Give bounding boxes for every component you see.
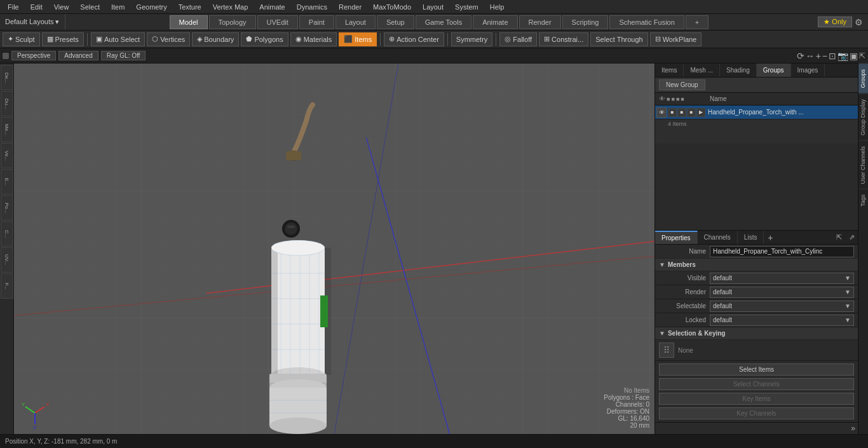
menu-help[interactable]: Help (485, 2, 510, 12)
props-expand-icon[interactable]: ⇱ (832, 231, 845, 245)
tab-properties[interactable]: Properties (655, 231, 698, 244)
display-icon[interactable]: ▣ (850, 51, 858, 61)
sel-keying-section-header[interactable]: ▼ Selection & Keying (655, 327, 858, 340)
work-plane-button[interactable]: ⊟ WorkPlane (650, 32, 702, 46)
lt-vertices[interactable]: Ve... (1, 143, 13, 168)
tab-layout[interactable]: Layout (336, 15, 376, 29)
select-through-button[interactable]: Select Through (590, 32, 648, 46)
menu-vertex-map[interactable]: Vertex Map (208, 2, 254, 12)
locked-select[interactable]: default ▼ (710, 315, 854, 326)
tab-setup[interactable]: Setup (377, 15, 414, 29)
camera-icon[interactable]: 📷 (837, 51, 848, 61)
menu-select[interactable]: Select (75, 2, 105, 12)
members-section-header[interactable]: ▼ Members (655, 259, 858, 271)
expand-icon[interactable]: ⇱ (859, 51, 865, 60)
menu-view[interactable]: View (49, 2, 74, 12)
item-icon4[interactable]: ▶ (696, 108, 705, 117)
menu-geometry[interactable]: Geometry (131, 2, 172, 12)
side-tab-tags[interactable]: Tags (858, 189, 868, 212)
select-channels-button[interactable]: Select Channels (659, 378, 854, 390)
advanced-button[interactable]: Advanced (58, 51, 98, 60)
new-group-button[interactable]: New Group (659, 79, 705, 90)
menu-animate[interactable]: Animate (254, 2, 290, 12)
item-eye-icon[interactable]: 👁 (656, 107, 667, 118)
star-only-button[interactable]: ★ Only (818, 17, 852, 27)
lt-edge[interactable]: E... (1, 169, 13, 194)
tab-render[interactable]: Render (519, 15, 561, 29)
tab-images[interactable]: Images (791, 64, 825, 77)
add-layout-tab[interactable]: + (686, 15, 709, 29)
lt-mesh[interactable]: Me... (1, 117, 13, 142)
name-input[interactable] (710, 246, 854, 257)
polygons-button[interactable]: ⬟ Polygons (241, 32, 288, 46)
tab-scripting[interactable]: Scripting (562, 15, 609, 29)
menu-file[interactable]: File (3, 2, 24, 12)
lt-uv[interactable]: UV... (1, 247, 13, 273)
menu-texture[interactable]: Texture (173, 2, 207, 12)
tab-groups[interactable]: Groups (757, 64, 791, 77)
auto-select-button[interactable]: ▣ Auto Select (91, 32, 145, 46)
lt-duplicate[interactable]: Du... (1, 91, 13, 116)
falloff-button[interactable]: ◎ Falloff (499, 32, 537, 46)
item-icon1[interactable]: ■ (668, 108, 677, 117)
tab-animate[interactable]: Animate (473, 15, 517, 29)
key-items-button[interactable]: Key Items (659, 393, 854, 405)
fit-icon[interactable]: ⊡ (829, 51, 836, 61)
menu-render[interactable]: Render (334, 2, 367, 12)
constraints-button[interactable]: ⊞ Constrai... (539, 32, 588, 46)
tab-lists[interactable]: Lists (738, 231, 764, 244)
item-icon3[interactable]: ■ (687, 108, 696, 117)
orbit-icon[interactable]: ⟳ (797, 51, 804, 61)
tab-items[interactable]: Items (655, 64, 684, 77)
perspective-button[interactable]: Perspective (11, 51, 56, 60)
symmetry-button[interactable]: Symmetry (451, 32, 493, 46)
layout-dropdown[interactable]: Default Layouts ▾ (0, 14, 65, 30)
lt-deformers[interactable]: De... (1, 65, 13, 90)
presets-button[interactable]: ▦ Presets (42, 32, 84, 46)
item-icon2[interactable]: ■ (677, 108, 686, 117)
ray-gl-button[interactable]: Ray GL: Off (101, 51, 146, 60)
items-button[interactable]: ⬛ Items (339, 32, 377, 46)
menu-maxtomodo[interactable]: MaxToModo (368, 2, 416, 12)
tab-mesh[interactable]: Mesh ... (684, 64, 720, 77)
menu-item[interactable]: Item (106, 2, 130, 12)
props-pop-icon[interactable]: ⇗ (845, 231, 858, 245)
side-tab-group-display[interactable]: Group Display (858, 93, 868, 140)
render-select[interactable]: default ▼ (710, 287, 854, 298)
tab-schematic[interactable]: Schematic Fusion (609, 15, 684, 29)
tab-model[interactable]: Model (170, 15, 208, 29)
pan-icon[interactable]: ↔ (806, 51, 815, 61)
select-items-button[interactable]: Select Items (659, 363, 854, 376)
more-arrow-icon[interactable]: » (851, 424, 855, 433)
menu-system[interactable]: System (450, 2, 484, 12)
key-channels-button[interactable]: Key Channels (659, 407, 854, 419)
tab-topology[interactable]: Topology (209, 15, 256, 29)
zoom-in-icon[interactable]: + (816, 51, 821, 61)
menu-layout[interactable]: Layout (417, 2, 449, 12)
tab-uvedit[interactable]: UVEdit (257, 15, 298, 29)
tab-channels[interactable]: Channels (698, 231, 738, 244)
group-item[interactable]: 👁 ■ ■ ■ ▶ Handheld_Propane_Torch_with ..… (655, 105, 858, 119)
sculpt-button[interactable]: ✦ Sculpt (3, 32, 40, 46)
viewport[interactable]: No Items Polygons : Face Channels: 0 Def… (14, 64, 654, 434)
side-tab-user-channels[interactable]: User Channels (858, 140, 868, 189)
zoom-out-icon[interactable]: − (822, 51, 827, 61)
tab-game-tools[interactable]: Game Tools (416, 15, 472, 29)
menu-edit[interactable]: Edit (25, 2, 48, 12)
boundary-button[interactable]: ◈ Boundary (192, 32, 239, 46)
side-tab-groups[interactable]: Groups (858, 64, 868, 93)
settings-icon[interactable]: ⚙ (855, 17, 863, 27)
lt-curves[interactable]: C... (1, 221, 13, 247)
vertices-button[interactable]: ⬡ Vertices (147, 32, 190, 46)
action-center-button[interactable]: ⊕ Action Center (384, 32, 444, 46)
visible-select[interactable]: default ▼ (710, 273, 854, 284)
props-tab-add[interactable]: + (764, 231, 776, 244)
tab-shading[interactable]: Shading (720, 64, 757, 77)
lt-polygon[interactable]: Po... (1, 195, 13, 221)
tab-paint[interactable]: Paint (299, 15, 334, 29)
menu-dynamics[interactable]: Dynamics (292, 2, 332, 12)
lt-falloff[interactable]: F... (1, 273, 13, 299)
materials-button[interactable]: ◉ Materials (290, 32, 337, 46)
viewport-menu-icon[interactable] (3, 53, 9, 59)
selectable-select[interactable]: default ▼ (710, 301, 854, 312)
